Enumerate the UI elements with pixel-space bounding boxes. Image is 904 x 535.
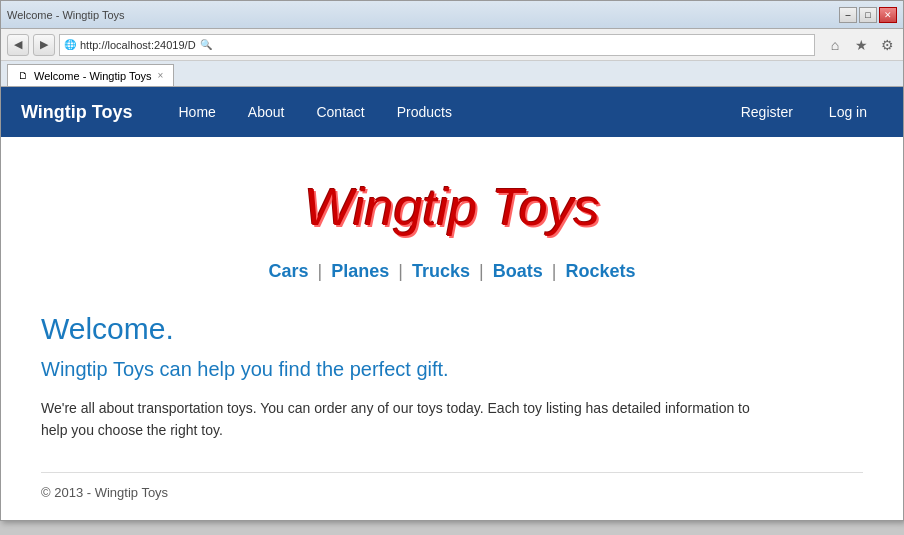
site-hero-title: Wingtip Toys (41, 177, 863, 237)
app-nav-right: Register Log in (725, 87, 883, 137)
category-boats[interactable]: Boats (493, 261, 543, 281)
home-icon[interactable]: ⌂ (825, 35, 845, 55)
category-cars[interactable]: Cars (268, 261, 308, 281)
address-icon: 🌐 (64, 39, 76, 50)
browser-window: Welcome - Wingtip Toys – □ ✕ ◀ ▶ 🌐 http:… (0, 0, 904, 521)
settings-icon[interactable]: ⚙ (877, 35, 897, 55)
app-nav-links: Home About Contact Products (163, 87, 725, 137)
title-bar: Welcome - Wingtip Toys – □ ✕ (1, 1, 903, 29)
footer-text: © 2013 - Wingtip Toys (41, 485, 863, 500)
search-icon: 🔍 (200, 39, 212, 50)
category-planes[interactable]: Planes (331, 261, 389, 281)
category-trucks[interactable]: Trucks (412, 261, 470, 281)
sep-2: | (398, 261, 403, 281)
title-bar-left: Welcome - Wingtip Toys (7, 9, 125, 21)
window-title: Welcome - Wingtip Toys (7, 9, 125, 21)
maximize-button[interactable]: □ (859, 7, 877, 23)
minimize-button[interactable]: – (839, 7, 857, 23)
address-text: http://localhost:24019/D (80, 39, 196, 51)
forward-button[interactable]: ▶ (33, 34, 55, 56)
sep-4: | (552, 261, 557, 281)
footer-divider (41, 472, 863, 473)
nav-about[interactable]: About (232, 87, 301, 137)
nav-home[interactable]: Home (163, 87, 232, 137)
active-tab[interactable]: 🗋 Welcome - Wingtip Toys × (7, 64, 174, 86)
sep-3: | (479, 261, 484, 281)
welcome-subheading: Wingtip Toys can help you find the perfe… (41, 358, 863, 381)
nav-products[interactable]: Products (381, 87, 468, 137)
app-brand[interactable]: Wingtip Toys (21, 102, 133, 123)
category-rockets[interactable]: Rockets (565, 261, 635, 281)
favorites-icon[interactable]: ★ (851, 35, 871, 55)
window-controls: – □ ✕ (839, 7, 897, 23)
back-button[interactable]: ◀ (7, 34, 29, 56)
browser-nav-bar: ◀ ▶ 🌐 http://localhost:24019/D 🔍 ⌂ ★ ⚙ (1, 29, 903, 61)
tab-favicon: 🗋 (18, 70, 28, 81)
tab-bar: 🗋 Welcome - Wingtip Toys × (1, 61, 903, 87)
welcome-body: We're all about transportation toys. You… (41, 397, 771, 442)
category-links: Cars | Planes | Trucks | Boats | Rockets (41, 261, 863, 282)
nav-login[interactable]: Log in (813, 87, 883, 137)
main-content: Wingtip Toys Cars | Planes | Trucks | Bo… (1, 137, 903, 520)
welcome-heading: Welcome. (41, 312, 863, 346)
nav-register[interactable]: Register (725, 87, 809, 137)
tab-close-button[interactable]: × (158, 70, 164, 81)
nav-contact[interactable]: Contact (300, 87, 380, 137)
close-button[interactable]: ✕ (879, 7, 897, 23)
tab-label: Welcome - Wingtip Toys (34, 70, 152, 82)
address-bar[interactable]: 🌐 http://localhost:24019/D 🔍 (59, 34, 815, 56)
sep-1: | (318, 261, 323, 281)
app-navbar: Wingtip Toys Home About Contact Products… (1, 87, 903, 137)
browser-icons: ⌂ ★ ⚙ (819, 35, 897, 55)
